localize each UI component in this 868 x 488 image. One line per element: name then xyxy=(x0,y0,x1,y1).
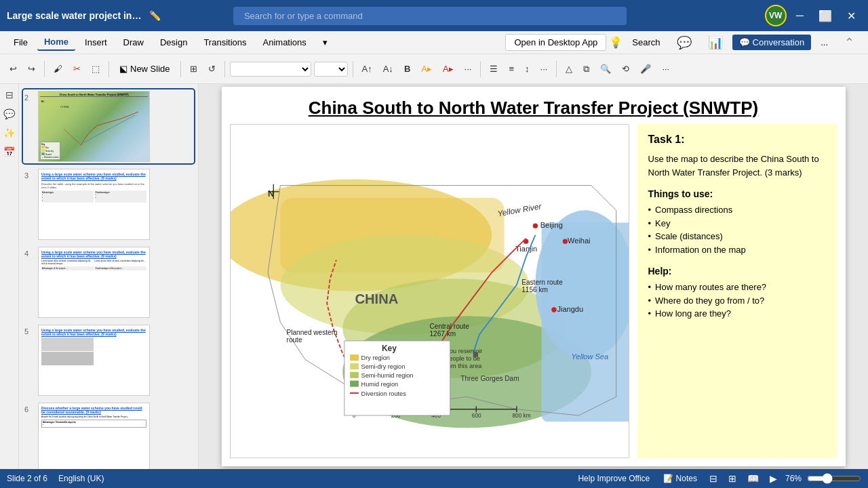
things-list: Compass directions Key Scale (distances)… xyxy=(648,203,827,256)
svg-rect-49 xyxy=(350,363,359,369)
svg-text:800 km: 800 km xyxy=(512,413,530,419)
increase-font-button[interactable]: A↑ xyxy=(358,61,376,77)
bold-button[interactable]: B xyxy=(400,61,414,77)
svg-point-15 xyxy=(551,307,556,312)
menu-animations-more[interactable]: ▾ xyxy=(316,35,334,50)
svg-rect-47 xyxy=(350,354,359,361)
toolbar-separator-5 xyxy=(353,61,353,77)
menu-more[interactable]: ... xyxy=(814,35,835,50)
things-item-1: Key xyxy=(648,217,827,230)
shapes-button[interactable]: △ xyxy=(561,61,576,77)
help-item-2: How long are they? xyxy=(648,307,827,321)
menu-bar: File Home Insert Draw Design Transitions… xyxy=(0,31,868,54)
svg-text:Three Gorges Dam: Three Gorges Dam xyxy=(460,375,519,382)
status-left: Slide 2 of 6 English (UK) xyxy=(7,474,104,483)
menu-transitions[interactable]: Transitions xyxy=(197,35,253,50)
format-painter-button[interactable]: 🖌 xyxy=(50,61,66,77)
help-heading: Help: xyxy=(648,266,827,277)
slide-content-area[interactable]: China South to North Water Transfer Proj… xyxy=(199,84,868,469)
svg-text:1156 km: 1156 km xyxy=(521,286,548,293)
comments-icon[interactable]: 💬 xyxy=(670,33,698,53)
font-color-button[interactable]: A▸ xyxy=(439,61,458,77)
avatar[interactable]: VW xyxy=(765,5,787,26)
slide-thumb-4[interactable]: 4 Using a large scale water scheme you h… xyxy=(23,245,194,319)
svg-text:Diversion routes: Diversion routes xyxy=(361,390,406,397)
slide-title[interactable]: China South to North Water Transfer Proj… xyxy=(222,87,846,124)
slide-num-6: 6 xyxy=(24,405,34,413)
open-desktop-button[interactable]: Open in Desktop App xyxy=(505,34,606,51)
copy-button[interactable]: ⬚ xyxy=(87,61,104,77)
new-slide-icon: ⬕ xyxy=(119,64,127,74)
dictate-button[interactable]: 🎤 xyxy=(636,61,655,77)
search-tool-button[interactable]: 🔍 xyxy=(596,61,615,77)
comments-sidebar-icon[interactable]: 💬 xyxy=(3,108,15,119)
slide-sorter-button[interactable]: ⊞ xyxy=(726,472,739,485)
nav-icon[interactable]: ⊟ xyxy=(5,89,14,100)
decrease-font-button[interactable]: A↓ xyxy=(379,61,397,77)
svg-rect-53 xyxy=(350,381,359,387)
svg-text:route: route xyxy=(286,336,302,344)
more-text-button[interactable]: ··· xyxy=(460,61,476,77)
slide-thumb-5[interactable]: 5 Using a large scale water scheme you h… xyxy=(23,323,194,397)
replace-button[interactable]: ⟲ xyxy=(618,61,633,77)
menu-insert[interactable]: Insert xyxy=(78,35,114,50)
menu-home[interactable]: Home xyxy=(37,34,75,51)
svg-text:Semi-dry region: Semi-dry region xyxy=(361,363,405,370)
undo-button[interactable]: ↩ xyxy=(5,61,21,77)
menu-file[interactable]: File xyxy=(7,35,35,50)
help-improve-button[interactable]: Help Improve Office xyxy=(574,472,654,485)
notes-label: Notes xyxy=(676,474,697,483)
slide-preview-2: China South to North Water Transfer Proj… xyxy=(38,91,150,162)
notes-button[interactable]: 📝 Notes xyxy=(659,472,701,485)
slide-num-4: 4 xyxy=(24,249,34,258)
arrange-button[interactable]: ⧉ xyxy=(579,61,593,77)
calendar-icon[interactable]: 📅 xyxy=(3,146,15,157)
layout-button[interactable]: ⊞ xyxy=(186,61,201,77)
cut-button[interactable]: ✂ xyxy=(69,61,85,77)
slide-preview-5: Using a large scale water scheme you hav… xyxy=(38,325,150,396)
font-select[interactable] xyxy=(230,62,311,77)
bullets-button[interactable]: ☰ xyxy=(486,61,502,77)
highlight-button[interactable]: A▸ xyxy=(417,61,436,77)
reading-view-button[interactable]: 📖 xyxy=(745,472,762,485)
slide-thumb-3[interactable]: 3 Using a large scale water scheme you h… xyxy=(23,167,194,241)
slideshow-button[interactable]: ▶ xyxy=(767,472,780,485)
more-toolbar-button[interactable]: ··· xyxy=(658,61,673,77)
restore-button[interactable]: ⬜ xyxy=(813,9,837,22)
language-indicator: English (UK) xyxy=(58,474,104,483)
more-para-button[interactable]: ··· xyxy=(536,61,552,77)
new-slide-button[interactable]: ⬕ New Slide xyxy=(114,61,176,77)
menu-design[interactable]: Design xyxy=(153,35,194,50)
numbering-button[interactable]: ≡ xyxy=(505,61,518,77)
svg-rect-51 xyxy=(350,372,359,378)
things-item-2: Scale (distances) xyxy=(648,230,827,243)
menu-draw[interactable]: Draw xyxy=(117,35,151,50)
map-area[interactable]: Yellow River CHINA Beijing Tianjin Weiha… xyxy=(230,124,629,458)
slide-thumb-2[interactable]: 2 China South to North Water Transfer Pr… xyxy=(23,89,194,163)
command-search-input[interactable] xyxy=(233,7,627,25)
document-title: Large scale water project infor... xyxy=(7,10,142,21)
svg-text:Planned western: Planned western xyxy=(286,329,337,336)
edit-icon[interactable]: ✏️ xyxy=(149,10,161,21)
menu-animations[interactable]: Animations xyxy=(256,35,313,50)
zoom-slider[interactable] xyxy=(807,473,861,484)
close-button[interactable]: ✕ xyxy=(842,9,861,22)
task-panel: Task 1: Use the map to describe the Chin… xyxy=(637,124,837,458)
font-size-select[interactable] xyxy=(314,62,348,77)
search-bar[interactable] xyxy=(233,7,627,25)
help-item-0: How many routes are there? xyxy=(648,281,827,294)
conversation-button[interactable]: 💬 Conversation xyxy=(732,35,812,50)
line-spacing-button[interactable]: ↕ xyxy=(521,61,534,77)
task-heading: Task 1: xyxy=(648,134,827,146)
toolbar-separator-6 xyxy=(480,61,481,77)
reset-button[interactable]: ↺ xyxy=(204,61,220,77)
slide-thumb-6[interactable]: 6 Discuss whether a large water scheme y… xyxy=(23,401,194,469)
collapse-ribbon-icon[interactable]: ⌃ xyxy=(837,33,861,53)
design-ideas-icon[interactable]: ✨ xyxy=(3,127,15,138)
present-icon[interactable]: 📊 xyxy=(701,33,730,53)
menu-search[interactable]: Search xyxy=(625,35,667,50)
redo-button[interactable]: ↪ xyxy=(24,61,39,77)
minimize-button[interactable]: ─ xyxy=(791,9,809,22)
normal-view-button[interactable]: ⊟ xyxy=(707,472,720,485)
svg-text:Dry region: Dry region xyxy=(361,354,389,361)
